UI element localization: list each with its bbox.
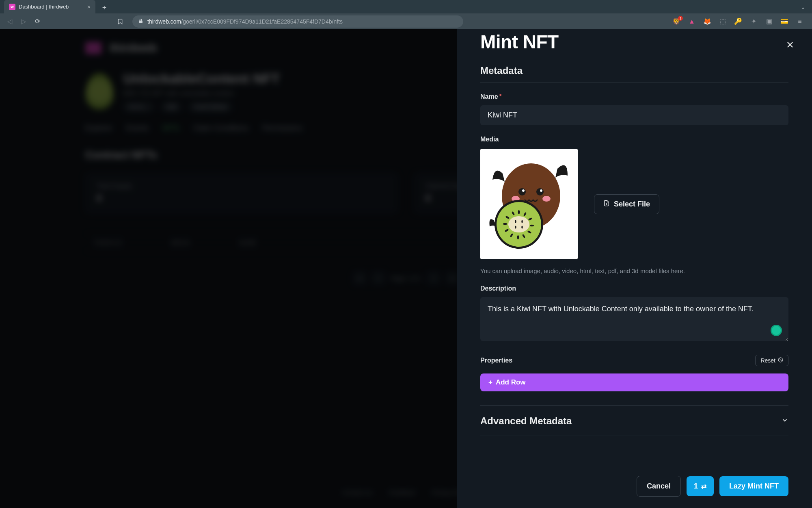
svg-point-21 [503, 223, 507, 225]
cancel-button[interactable]: Cancel [637, 476, 681, 497]
select-file-button[interactable]: Select File [594, 194, 659, 214]
lock-icon [138, 18, 143, 25]
metadata-heading: Metadata [480, 65, 788, 76]
browser-chrome: w Dashboard | thirdweb × + ⌄ ◁ ▷ ⟳ third… [0, 0, 812, 29]
svg-point-18 [517, 235, 519, 239]
extension-icon[interactable]: ⬚ [719, 17, 727, 26]
svg-point-8 [542, 196, 551, 202]
description-input[interactable] [480, 297, 788, 341]
back-button[interactable]: ◁ [5, 17, 15, 26]
plus-icon: + [488, 378, 492, 386]
add-row-button[interactable]: + Add Row [480, 373, 788, 391]
app-menu-icon[interactable]: ≡ [796, 17, 804, 26]
grammarly-icon[interactable] [771, 325, 782, 336]
tabs-dropdown-icon[interactable]: ⌄ [801, 4, 806, 10]
svg-point-5 [536, 188, 544, 195]
bookmark-icon[interactable] [115, 17, 125, 26]
browser-tab[interactable]: w Dashboard | thirdweb × [4, 0, 95, 13]
tx-count: 1 [694, 482, 698, 491]
name-input[interactable] [480, 105, 788, 125]
media-hint: You can upload image, audio, video, html… [480, 267, 788, 274]
viewport: thirdweb Explore Docs UnlockableContent … [0, 29, 812, 508]
prohibit-icon [778, 357, 783, 364]
svg-line-31 [779, 358, 782, 362]
drawer-title: Mint NFT [480, 31, 788, 53]
url-path: /goerli/0x7ccE009FDf974D9a11D21faE228547… [181, 18, 343, 25]
drawer-footer: Cancel 1 ⇄ Lazy Mint NFT [480, 465, 788, 508]
media-label: Media [480, 136, 788, 143]
advanced-metadata-toggle[interactable]: Advanced Metadata [480, 406, 788, 436]
sidebar-icon[interactable]: ▣ [765, 17, 773, 26]
url-field[interactable]: thirdweb.com/goerli/0x7ccE009FDf974D9a11… [132, 15, 463, 28]
wallet-icon[interactable]: 💳 [780, 17, 788, 26]
metamask-icon[interactable]: 🦊 [703, 17, 711, 26]
media-preview [480, 149, 578, 259]
cancel-label: Cancel [647, 482, 671, 491]
extensions-puzzle-icon[interactable]: ✦ [749, 17, 758, 26]
file-icon [603, 200, 610, 209]
tx-count-button[interactable]: 1 ⇄ [687, 476, 714, 496]
kiwi-image [486, 157, 572, 251]
reload-button[interactable]: ⟳ [32, 17, 42, 26]
brave-shield-icon[interactable]: 🦁 [672, 17, 680, 26]
divider [480, 82, 788, 82]
name-label: Name* [480, 93, 788, 100]
svg-point-11 [508, 216, 529, 232]
reset-label: Reset [760, 357, 775, 364]
advanced-metadata-label: Advanced Metadata [480, 415, 572, 427]
tab-bar: w Dashboard | thirdweb × + ⌄ [0, 0, 812, 13]
forward-button[interactable]: ▷ [19, 17, 28, 26]
reset-button[interactable]: Reset [755, 355, 788, 366]
tab-favicon: w [9, 4, 15, 10]
address-bar: ◁ ▷ ⟳ thirdweb.com/goerli/0x7ccE009FDf97… [0, 13, 812, 29]
key-icon[interactable]: 🔑 [734, 17, 742, 26]
divider [480, 436, 788, 436]
close-icon[interactable]: × [87, 3, 91, 10]
extension-icons: 🦁 ▲ 🦊 ⬚ 🔑 ✦ ▣ 💳 ≡ [672, 17, 807, 26]
mint-nft-drawer: Mint NFT Metadata Name* Media [457, 29, 812, 508]
svg-point-27 [521, 226, 523, 229]
close-icon[interactable] [784, 38, 797, 51]
new-tab-button[interactable]: + [99, 2, 110, 13]
divider [480, 405, 788, 406]
svg-point-12 [518, 210, 520, 214]
add-row-label: Add Row [496, 378, 526, 386]
swap-icon: ⇄ [701, 482, 706, 490]
svg-point-24 [515, 220, 516, 223]
description-label: Description [480, 285, 788, 292]
lazy-mint-button[interactable]: Lazy Mint NFT [719, 476, 788, 496]
svg-point-6 [540, 189, 542, 192]
svg-point-3 [518, 188, 526, 195]
svg-point-4 [522, 189, 525, 192]
url-domain: thirdweb.com [147, 18, 181, 25]
svg-point-15 [530, 225, 534, 226]
lazy-mint-label: Lazy Mint NFT [729, 482, 779, 491]
chevron-down-icon [781, 417, 788, 426]
select-file-label: Select File [614, 200, 650, 208]
svg-point-25 [521, 220, 523, 223]
properties-label: Properties [480, 357, 512, 364]
tab-title: Dashboard | thirdweb [19, 4, 69, 10]
brave-rewards-icon[interactable]: ▲ [688, 17, 696, 26]
svg-point-26 [515, 226, 516, 229]
